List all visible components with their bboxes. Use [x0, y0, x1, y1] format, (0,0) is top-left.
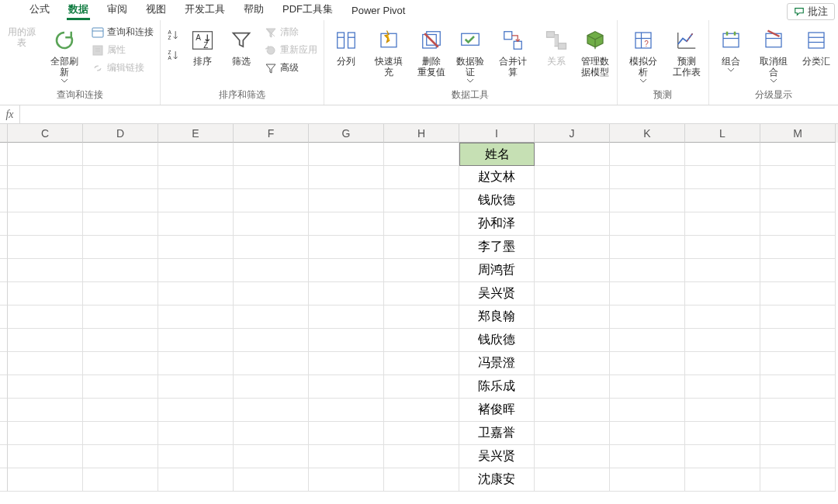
cell[interactable] — [234, 212, 309, 236]
cell[interactable] — [685, 212, 760, 236]
cell[interactable] — [535, 468, 610, 492]
cell[interactable] — [535, 212, 610, 236]
name-cell[interactable]: 赵文林 — [459, 166, 535, 189]
cell[interactable] — [535, 352, 610, 375]
cell[interactable] — [760, 189, 836, 212]
cell[interactable] — [384, 306, 459, 329]
cell[interactable] — [610, 236, 685, 259]
cell[interactable] — [309, 166, 384, 189]
cell[interactable] — [309, 329, 384, 352]
cell[interactable] — [610, 445, 685, 468]
cell[interactable] — [8, 143, 83, 166]
col-header[interactable]: M — [760, 124, 836, 143]
cell[interactable] — [83, 259, 158, 282]
manage-data-model-button[interactable]: 管理数 据模型 — [578, 23, 612, 78]
cell[interactable] — [309, 212, 384, 236]
cell[interactable] — [8, 236, 83, 259]
cell[interactable] — [760, 375, 836, 399]
name-cell[interactable]: 钱欣德 — [459, 329, 535, 352]
cell[interactable] — [83, 306, 158, 329]
cell[interactable] — [234, 352, 309, 375]
cell[interactable] — [309, 352, 384, 375]
cell[interactable] — [158, 259, 234, 282]
cell[interactable] — [760, 422, 836, 445]
cell[interactable] — [8, 166, 83, 189]
cell[interactable] — [158, 143, 234, 166]
cell[interactable] — [610, 329, 685, 352]
cell[interactable] — [8, 422, 83, 445]
cell[interactable] — [384, 399, 459, 422]
cell[interactable] — [8, 282, 83, 306]
cell[interactable] — [685, 166, 760, 189]
cell[interactable] — [685, 143, 760, 166]
cell[interactable] — [760, 236, 836, 259]
cell[interactable] — [8, 468, 83, 492]
cell[interactable] — [234, 259, 309, 282]
cell[interactable] — [309, 375, 384, 399]
cell[interactable] — [685, 189, 760, 212]
names-header-cell[interactable]: 姓名 — [459, 143, 535, 166]
cell[interactable] — [158, 306, 234, 329]
cell[interactable] — [234, 236, 309, 259]
cell[interactable] — [8, 259, 83, 282]
cell[interactable] — [610, 468, 685, 492]
cell[interactable] — [760, 399, 836, 422]
name-cell[interactable]: 卫嘉誉 — [459, 422, 535, 445]
cell[interactable] — [309, 143, 384, 166]
cell[interactable] — [158, 282, 234, 306]
cell[interactable] — [760, 259, 836, 282]
name-cell[interactable]: 郑良翰 — [459, 306, 535, 329]
col-header[interactable]: G — [309, 124, 384, 143]
cell[interactable] — [685, 236, 760, 259]
subtotal-button[interactable]: 分类汇 — [799, 23, 833, 67]
cell[interactable] — [234, 189, 309, 212]
name-cell[interactable]: 沈康安 — [459, 468, 535, 492]
cell[interactable] — [535, 282, 610, 306]
ungroup-button[interactable]: 取消组合 — [753, 23, 795, 83]
cell[interactable] — [760, 468, 836, 492]
cell[interactable] — [8, 399, 83, 422]
cell[interactable] — [535, 166, 610, 189]
cell[interactable] — [234, 399, 309, 422]
cell[interactable] — [83, 189, 158, 212]
cell[interactable] — [685, 399, 760, 422]
cell[interactable] — [234, 143, 309, 166]
cell[interactable] — [535, 375, 610, 399]
col-header[interactable]: F — [234, 124, 309, 143]
cell[interactable] — [535, 143, 610, 166]
cell[interactable] — [535, 236, 610, 259]
cell[interactable] — [309, 189, 384, 212]
cell[interactable] — [760, 166, 836, 189]
cell[interactable] — [610, 189, 685, 212]
cell[interactable] — [535, 306, 610, 329]
col-header[interactable]: L — [685, 124, 760, 143]
cell[interactable] — [234, 468, 309, 492]
cell[interactable] — [384, 282, 459, 306]
name-cell[interactable]: 吴兴贤 — [459, 445, 535, 468]
cell[interactable] — [610, 143, 685, 166]
cell[interactable] — [309, 282, 384, 306]
group-button[interactable]: 组合 — [714, 23, 748, 72]
col-header[interactable]: H — [384, 124, 459, 143]
cell[interactable] — [83, 236, 158, 259]
cell[interactable] — [384, 352, 459, 375]
cell[interactable] — [610, 282, 685, 306]
forecast-sheet-button[interactable]: 预测 工作表 — [670, 23, 704, 78]
cell[interactable] — [309, 259, 384, 282]
cell[interactable] — [384, 236, 459, 259]
queries-and-connections-button[interactable]: 查询和连接 — [90, 25, 155, 40]
cell[interactable] — [685, 282, 760, 306]
name-cell[interactable]: 李了墨 — [459, 236, 535, 259]
name-cell[interactable]: 吴兴贤 — [459, 282, 535, 306]
fx-label[interactable]: fx — [0, 105, 20, 123]
cell[interactable] — [384, 166, 459, 189]
cell[interactable] — [535, 329, 610, 352]
cell[interactable] — [234, 375, 309, 399]
cell[interactable] — [685, 445, 760, 468]
name-cell[interactable]: 陈乐成 — [459, 375, 535, 399]
menu-tab-devtools[interactable]: 开发工具 — [175, 0, 234, 20]
cell[interactable] — [610, 259, 685, 282]
cell[interactable] — [8, 445, 83, 468]
refresh-all-button[interactable]: 全部刷新 — [43, 23, 85, 83]
name-cell[interactable]: 褚俊晖 — [459, 399, 535, 422]
